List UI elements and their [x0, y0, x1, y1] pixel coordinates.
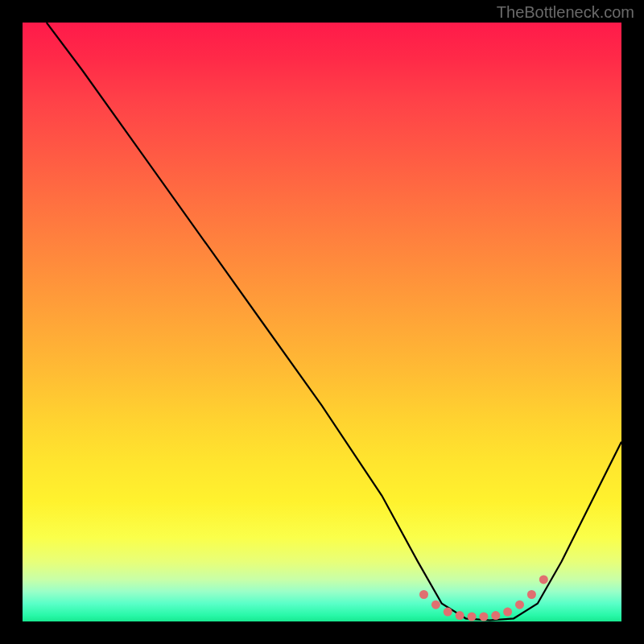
optimal-dot: [491, 611, 500, 620]
optimal-dot: [431, 601, 440, 609]
watermark-text: TheBottleneck.com: [497, 3, 634, 22]
plot-area: [23, 23, 621, 621]
optimal-dot: [539, 575, 548, 584]
optimal-dot: [503, 608, 512, 617]
optimal-dot: [527, 590, 536, 599]
optimal-dot: [456, 611, 464, 620]
optimal-dot: [468, 613, 477, 621]
optimal-dot: [419, 590, 428, 599]
optimal-dot: [515, 601, 524, 609]
optimal-dot: [444, 608, 452, 617]
bottleneck-curve: [47, 23, 621, 621]
curve-layer: [47, 23, 621, 621]
optimal-dot: [479, 613, 488, 621]
chart-svg: [23, 23, 621, 621]
